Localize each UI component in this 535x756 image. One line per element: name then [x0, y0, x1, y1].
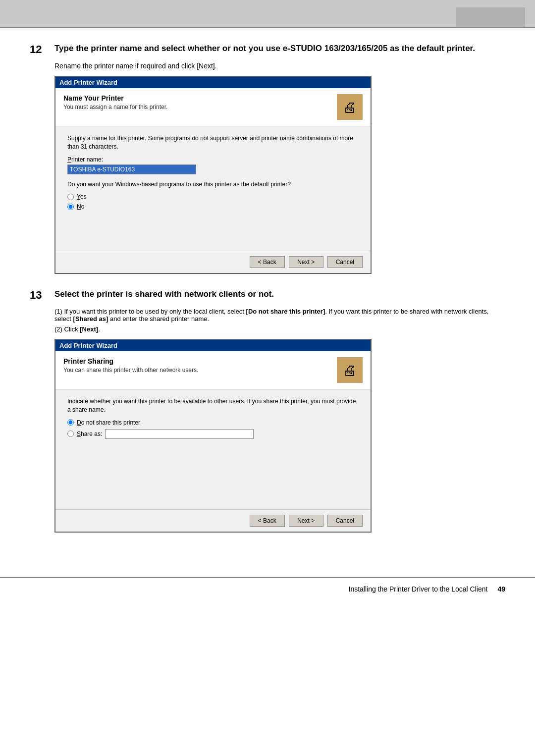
step-12-dialog: Add Printer Wizard Name Your Printer You…: [54, 76, 372, 274]
radio-share-as-item: Share as:: [67, 429, 359, 439]
footer: Installing the Printer Driver to the Loc…: [0, 578, 535, 600]
radio-no-share-label-rest: o not share this printer: [81, 419, 140, 426]
printer-name-input[interactable]: [67, 164, 196, 174]
dialog-13-header-title: Printer Sharing: [63, 357, 198, 365]
step-13-bold2: [Shared as]: [73, 315, 108, 323]
radio-yes-item: Yes: [67, 193, 359, 200]
radio-yes-label: Yes: [77, 193, 87, 200]
radio-no-share-label: Do not share this printer: [77, 419, 140, 426]
radio-no-share[interactable]: [67, 419, 74, 426]
radio-share-as-label: Share as:: [77, 431, 102, 437]
radio-no[interactable]: [67, 204, 74, 210]
radio-no-share-item: Do not share this printer: [67, 419, 359, 426]
dialog-12-header-title: Name Your Printer: [63, 94, 167, 102]
printer-name-group: Printer name:: [67, 156, 359, 174]
dialog-12-header-text: Name Your Printer You must assign a name…: [63, 94, 167, 110]
step-12-desc: Rename the printer name if required and …: [54, 62, 505, 70]
top-bar-decoration: [456, 7, 525, 27]
printer-icon-12: 🖨: [337, 94, 363, 120]
step-12-number: 12: [30, 43, 54, 56]
radio-yes[interactable]: [67, 194, 74, 200]
dialog-12-body-para1: Supply a name for this printer. Some pro…: [67, 134, 359, 151]
footer-page: 49: [497, 585, 505, 593]
step-13-header: 13 Select the printer is shared with net…: [30, 289, 505, 302]
step-13-number: 13: [30, 289, 54, 302]
step-13-sub1-text: (1) If you want this printer to be used …: [54, 308, 505, 323]
printer-icon-13: 🖨: [337, 357, 363, 383]
printer-name-label-rest: rinter name:: [71, 156, 103, 163]
dialog-13-header-subtitle: You can share this printer with other ne…: [63, 367, 198, 374]
step-13-block: 13 Select the printer is shared with net…: [30, 289, 505, 533]
dialog-12-default-question: Do you want your Windows-based programs …: [67, 180, 359, 189]
printer-name-label: Printer name:: [67, 156, 359, 163]
dialog-13-header-text: Printer Sharing You can share this print…: [63, 357, 198, 374]
radio-share-as-label-ul: S: [77, 431, 81, 437]
dialog-13-radio-group: Do not share this printer Share as:: [67, 419, 359, 439]
step-13-dialog: Add Printer Wizard Printer Sharing You c…: [54, 339, 372, 533]
dialog-12-body: Supply a name for this printer. Some pro…: [55, 126, 371, 251]
dialog-13-titlebar: Add Printer Wizard: [55, 340, 371, 351]
dialog-12-next-button[interactable]: Next >: [289, 256, 323, 268]
dialog-12-titlebar: Add Printer Wizard: [55, 77, 371, 88]
radio-yes-label-ul: Y: [77, 193, 80, 200]
radio-no-share-label-ul: D: [77, 419, 81, 426]
step-13-sub2-text: (2) Click [Next].: [54, 325, 505, 333]
dialog-12-header-subtitle: You must assign a name for this printer.: [63, 104, 167, 110]
step-13-sub: (1) If you want this printer to be used …: [54, 308, 505, 333]
step-13-title: Select the printer is shared with networ…: [54, 289, 274, 300]
step-12-block: 12 Type the printer name and select whet…: [30, 43, 505, 274]
dialog-12-cancel-button[interactable]: Cancel: [327, 256, 363, 268]
radio-no-item: No: [67, 203, 359, 210]
step-13-bold3: [Next]: [80, 325, 98, 333]
radio-no-label-ul: N: [77, 203, 81, 210]
top-bar: [0, 0, 535, 27]
printer-name-label-underlined: P: [67, 156, 71, 163]
dialog-12-footer: < Back Next > Cancel: [55, 251, 371, 273]
dialog-13-footer: < Back Next > Cancel: [55, 509, 371, 532]
share-as-input[interactable]: [105, 429, 254, 439]
main-content: 12 Type the printer name and select whet…: [0, 28, 535, 567]
step-12-header: 12 Type the printer name and select whet…: [30, 43, 505, 56]
step-13-bold1: [Do not share this printer]: [246, 308, 325, 315]
dialog-12-header: Name Your Printer You must assign a name…: [55, 88, 371, 126]
step-12-title: Type the printer name and select whether…: [54, 43, 475, 54]
dialog-13-next-button[interactable]: Next >: [289, 515, 323, 527]
radio-no-label: No: [77, 203, 84, 210]
radio-share-as[interactable]: [67, 431, 74, 437]
dialog-13-body-para1: Indicate whether you want this printer t…: [67, 397, 359, 414]
dialog-13-body: Indicate whether you want this printer t…: [55, 389, 371, 509]
radio-no-label-rest: o: [81, 203, 85, 210]
radio-yes-label-rest: es: [80, 193, 87, 200]
dialog-13-back-button[interactable]: < Back: [250, 515, 285, 527]
footer-text: Installing the Printer Driver to the Loc…: [349, 585, 488, 593]
dialog-12-back-button[interactable]: < Back: [250, 256, 285, 268]
dialog-13-header: Printer Sharing You can share this print…: [55, 351, 371, 389]
dialog-13-cancel-button[interactable]: Cancel: [327, 515, 363, 527]
dialog-12-radio-group: Yes No: [67, 193, 359, 210]
radio-share-as-label-rest: hare as:: [81, 431, 102, 437]
